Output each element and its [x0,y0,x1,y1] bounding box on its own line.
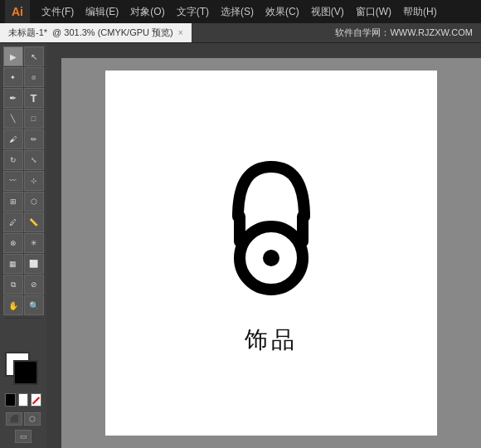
logo-label: 饰品 [245,324,298,356]
magic-wand-tool[interactable]: ✦ [3,67,23,87]
title-bar: Ai 文件(F) 编辑(E) 对象(O) 文字(T) 选择(S) 效果(C) 视… [0,0,481,23]
canvas-area: 饰品 [46,43,481,448]
tab-bar: 未标题-1* @ 301.3% (CMYK/GPU 预览) × 软件自学网：WW… [0,23,481,43]
scale-tool[interactable]: ⤡ [24,150,44,170]
free-transform-tool[interactable]: ⊹ [24,171,44,191]
tool-row-9: 🖊 📏 [2,212,45,232]
column-graph-tool[interactable]: ▦ [3,254,23,274]
tab-title: 未标题-1* [8,27,47,39]
ruler-vertical [46,43,61,448]
extra-icons: ⬛ ⬡ [2,411,45,427]
tab-close-button[interactable]: × [178,28,183,37]
eyedropper-tool[interactable]: 🖊 [3,212,23,232]
menu-bar: 文件(F) 编辑(E) 对象(O) 文字(T) 选择(S) 效果(C) 视图(V… [36,3,442,21]
screen-mode-icon[interactable]: ▭ [15,430,32,443]
black-swatch[interactable] [5,393,16,407]
rotate-tool[interactable]: ↻ [3,150,23,170]
document-tab[interactable]: 未标题-1* @ 301.3% (CMYK/GPU 预览) × [0,23,192,42]
tool-row-selection: ▶ ↖ [2,46,45,66]
color-area [2,348,45,410]
menu-window[interactable]: 窗口(W) [351,3,396,21]
paintbrush-tool[interactable]: 🖌 [3,129,23,149]
tool-row-5: 🖌 ✏ [2,129,45,149]
menu-select[interactable]: 选择(S) [216,3,259,21]
eraser-tool[interactable]: ⊘ [24,275,44,295]
tool-row-6: ↻ ⤡ [2,150,45,170]
no-color-swatch[interactable] [31,393,41,407]
white-swatch[interactable] [18,393,29,407]
rect-tool[interactable]: □ [24,109,44,129]
tool-row-3: ✒ T [2,88,45,108]
pencil-tool[interactable]: ✏ [24,129,44,149]
type-tool[interactable]: T [24,88,44,108]
ruler-corner [46,43,61,58]
swatch-extra [5,393,41,407]
tab-extra-text: 软件自学网：WWW.RJZXW.COM [192,27,481,39]
tool-row-13: ✋ 🔍 [2,295,45,315]
tool-row-11: ▦ ⬜ [2,254,45,274]
hand-tool[interactable]: ✋ [3,295,23,315]
artboard-tool[interactable]: ⬜ [24,254,44,274]
menu-help[interactable]: 帮助(H) [398,3,442,21]
change-screen-mode-icon[interactable]: ⬛ [6,412,22,426]
menu-object[interactable]: 对象(O) [125,3,169,21]
selection-tool[interactable]: ▶ [3,46,23,66]
menu-file[interactable]: 文件(F) [36,3,79,21]
logo-container: 饰品 [197,150,346,356]
direct-selection-tool[interactable]: ↖ [24,46,44,66]
toolbar: ▶ ↖ ✦ ⌾ ✒ T ╲ □ 🖌 ✏ ↻ ⤡ 〰 ⊹ [0,43,46,448]
measure-tool[interactable]: 📏 [24,212,44,232]
warp-tool[interactable]: 〰 [3,171,23,191]
blend-tool[interactable]: ⊗ [3,233,23,253]
line-tool[interactable]: ╲ [3,109,23,129]
tool-divider [5,318,41,319]
extra-icons-2: ▭ [2,428,45,445]
tool-row-10: ⊗ ✳ [2,233,45,253]
tool-row-12: ⧉ ⊘ [2,275,45,295]
swatch-container [5,352,43,390]
pen-tool[interactable]: ✒ [3,88,23,108]
tool-row-2: ✦ ⌾ [2,67,45,87]
tab-subtitle: @ 301.3% (CMYK/GPU 预览) [52,27,173,39]
canvas-document: 饰品 [105,71,437,436]
jewelry-logo-svg [197,150,346,316]
menu-type[interactable]: 文字(T) [172,3,214,21]
symbol-sprayer-tool[interactable]: ✳ [24,233,44,253]
tool-row-4: ╲ □ [2,109,45,129]
ruler-horizontal [46,43,481,58]
menu-view[interactable]: 视图(V) [306,3,349,21]
zoom-tool[interactable]: 🔍 [24,295,44,315]
main-layout: ▶ ↖ ✦ ⌾ ✒ T ╲ □ 🖌 ✏ ↻ ⤡ 〰 ⊹ [0,43,481,448]
foreground-color-swatch[interactable] [13,360,38,385]
menu-edit[interactable]: 编辑(E) [80,3,124,21]
svg-point-1 [263,250,279,266]
app-logo: Ai [5,0,30,23]
slice-tool[interactable]: ⧉ [3,275,23,295]
edit-color-icon[interactable]: ⬡ [24,412,41,426]
tool-row-7: 〰 ⊹ [2,171,45,191]
tool-row-8: ⊞ ⬡ [2,192,45,212]
shape-builder-tool[interactable]: ⊞ [3,192,23,212]
lasso-tool[interactable]: ⌾ [24,67,44,87]
menu-effect[interactable]: 效果(C) [260,3,304,21]
live-paint-tool[interactable]: ⬡ [24,192,44,212]
